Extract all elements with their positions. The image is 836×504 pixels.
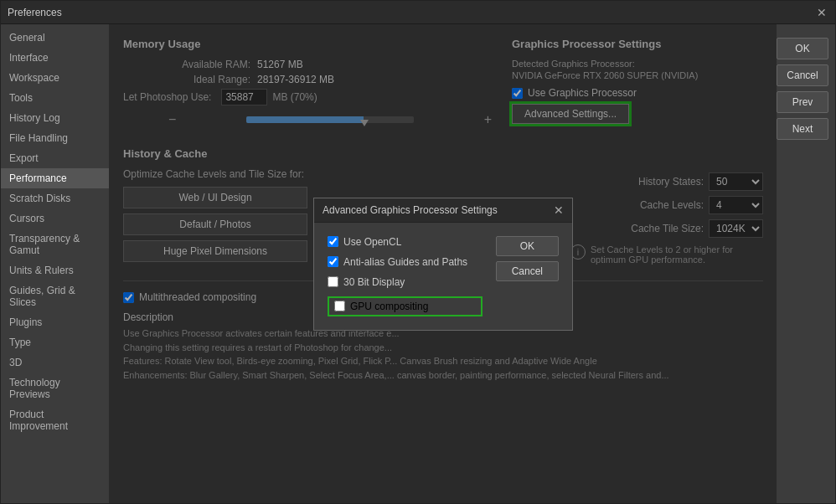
sidebar: GeneralInterfaceWorkspaceToolsHistory Lo… [1,24,110,503]
gpu-comp-label: GPU compositing [350,301,428,312]
bit30-row: 30 Bit Display [328,276,483,288]
next-button[interactable]: Next [777,118,828,140]
dialog-close-button[interactable]: ✕ [554,203,564,217]
sidebar-item-file-handling[interactable]: File Handling [1,128,109,148]
sidebar-item-transparency---gamut[interactable]: Transparency & Gamut [1,229,109,260]
sidebar-item-type[interactable]: Type [1,332,109,352]
bit30-label: 30 Bit Display [343,276,405,288]
sidebar-item-units---rulers[interactable]: Units & Rulers [1,260,109,280]
dialog-body: Use OpenCL Anti-alias Guides and Paths 3… [314,223,572,330]
antialias-checkbox[interactable] [328,256,338,267]
use-opencl-row: Use OpenCL [328,236,483,248]
sidebar-item-plugins[interactable]: Plugins [1,312,109,332]
window-close-button[interactable]: ✕ [815,6,828,19]
dialog-options: Use OpenCL Anti-alias Guides and Paths 3… [328,236,483,316]
use-opencl-checkbox[interactable] [328,236,338,247]
dialog-titlebar: Advanced Graphics Processor Settings ✕ [314,198,572,223]
sidebar-item-interface[interactable]: Interface [1,48,109,68]
preferences-window: Preferences ✕ GeneralInterfaceWorkspaceT… [0,0,836,504]
prev-button[interactable]: Prev [777,91,828,113]
sidebar-item-guides--grid---slices[interactable]: Guides, Grid & Slices [1,280,109,312]
dialog-action-buttons: OK Cancel [496,236,559,281]
sidebar-item-cursors[interactable]: Cursors [1,208,109,229]
content-area: Memory Usage Available RAM: 51267 MB Ide… [110,24,777,503]
sidebar-item-history-log[interactable]: History Log [1,108,109,128]
dialog-cancel-button[interactable]: Cancel [496,261,559,281]
titlebar: Preferences ✕ [1,1,835,24]
sidebar-item-technology-previews[interactable]: Technology Previews [1,373,109,404]
sidebar-item-workspace[interactable]: Workspace [1,68,109,88]
dialog-title: Advanced Graphics Processor Settings [323,204,498,216]
dialog-overlay: Advanced Graphics Processor Settings ✕ U… [110,24,777,503]
action-buttons-panel: OK Cancel Prev Next [777,24,835,503]
sidebar-item-export[interactable]: Export [1,148,109,168]
bit30-checkbox[interactable] [328,276,338,287]
gpu-comp-checkbox[interactable] [334,301,345,311]
sidebar-item-general[interactable]: General [1,28,109,48]
antialias-label: Anti-alias Guides and Paths [343,256,467,268]
advanced-gpu-dialog: Advanced Graphics Processor Settings ✕ U… [313,198,573,331]
window-title: Preferences [8,7,62,18]
main-content: GeneralInterfaceWorkspaceToolsHistory Lo… [1,24,835,503]
sidebar-item-3d[interactable]: 3D [1,352,109,373]
antialias-row: Anti-alias Guides and Paths [328,256,483,268]
sidebar-item-scratch-disks[interactable]: Scratch Disks [1,188,109,208]
ok-button[interactable]: OK [777,38,828,59]
dialog-ok-button[interactable]: OK [496,236,559,256]
use-opencl-label: Use OpenCL [343,236,401,248]
sidebar-item-product-improvement[interactable]: Product Improvement [1,404,109,436]
cancel-button[interactable]: Cancel [777,64,828,86]
gpu-comp-row: GPU compositing [328,296,483,316]
sidebar-item-tools[interactable]: Tools [1,88,109,108]
sidebar-item-performance[interactable]: Performance [1,168,109,188]
dialog-main-row: Use OpenCL Anti-alias Guides and Paths 3… [328,236,559,316]
